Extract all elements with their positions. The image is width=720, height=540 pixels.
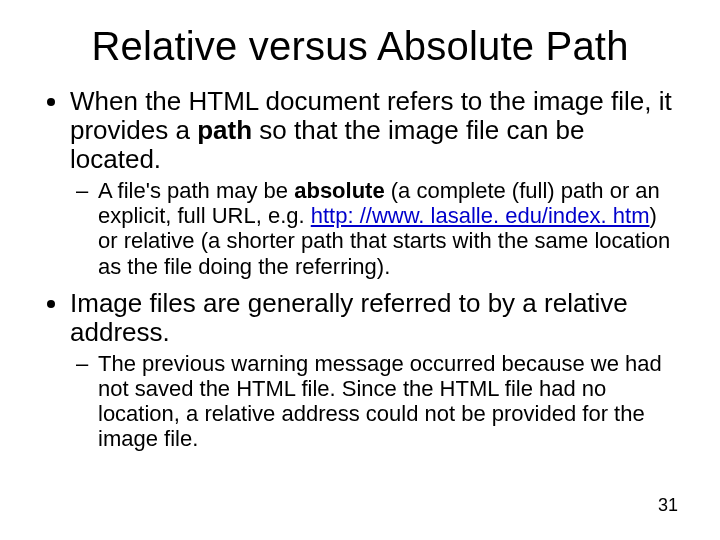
bullet-1-sub-bold: absolute xyxy=(294,178,384,203)
bullet-list: When the HTML document refers to the ima… xyxy=(40,87,680,451)
page-number: 31 xyxy=(658,495,678,516)
slide: Relative versus Absolute Path When the H… xyxy=(0,0,720,540)
bullet-2-sub-text: The previous warning message occurred be… xyxy=(98,351,662,451)
bullet-2-text: Image files are generally referred to by… xyxy=(70,288,628,347)
bullet-1-sub: A file's path may be absolute (a complet… xyxy=(98,178,680,278)
bullet-2: Image files are generally referred to by… xyxy=(70,289,680,452)
bullet-2-sub: The previous warning message occurred be… xyxy=(98,351,680,451)
bullet-1-bold: path xyxy=(197,115,252,145)
bullet-1: When the HTML document refers to the ima… xyxy=(70,87,680,279)
bullet-1-sub-pre: A file's path may be xyxy=(98,178,294,203)
example-url-link[interactable]: http: //www. lasalle. edu/index. htm xyxy=(311,203,650,228)
bullet-2-sublist: The previous warning message occurred be… xyxy=(70,351,680,451)
bullet-1-sublist: A file's path may be absolute (a complet… xyxy=(70,178,680,278)
slide-title: Relative versus Absolute Path xyxy=(40,24,680,69)
